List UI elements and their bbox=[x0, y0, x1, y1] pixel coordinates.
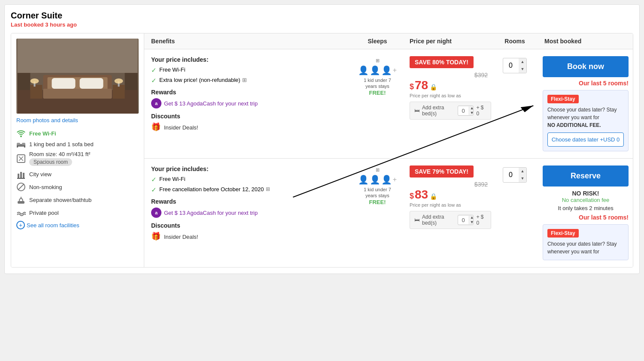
offer-1-rewards-item[interactable]: a Get $ 13 AgodaCash for your next trip bbox=[151, 98, 349, 108]
lock-icon-2: 🔒 bbox=[430, 193, 437, 200]
amenity-size: Room size: 40 m²/431 ft² Spacious room bbox=[16, 151, 139, 166]
sleeps-icons-2: 👤👤👤+ bbox=[358, 174, 397, 185]
sleeps-text-2: 1 kid under 7 years stays FREE! bbox=[364, 187, 391, 206]
stepper-down-1[interactable]: ▼ bbox=[468, 111, 474, 115]
pool-text: Private pool bbox=[29, 210, 59, 216]
rooms-up-1[interactable]: ▲ bbox=[519, 58, 527, 66]
original-price-2: $392 bbox=[410, 181, 488, 188]
stepper-val-1: 0 bbox=[458, 107, 468, 115]
outer-container: Corner Suite Last booked 3 hours ago bbox=[4, 4, 640, 274]
stepper-up-1[interactable]: ▲ bbox=[468, 106, 474, 111]
col-header-sleeps: Sleeps bbox=[349, 38, 405, 45]
stepper-down-2[interactable]: ▼ bbox=[468, 220, 474, 225]
rooms-stepper-btns-2[interactable]: ▲ ▼ bbox=[519, 168, 527, 182]
current-price-1: $ 78 🔒 bbox=[410, 78, 491, 92]
stepper-btns-1[interactable]: ▲ ▼ bbox=[468, 106, 474, 115]
last-rooms-2: Our last 5 rooms! bbox=[543, 214, 629, 221]
offer-1-price: SAVE 80% TODAY! $392 $ 78 🔒 Price per ni… bbox=[405, 56, 491, 151]
save-badge-1: SAVE 80% TODAY! bbox=[410, 56, 474, 68]
offer-2-rooms: 0 ▲ ▼ bbox=[491, 165, 538, 260]
no-risk-time: It only takes 2 minutes bbox=[543, 205, 629, 211]
copy-small-icon: ⊞ bbox=[376, 58, 380, 63]
offer-2-benefits-title: Your price includes: bbox=[151, 165, 349, 172]
book-now-button[interactable]: Book now bbox=[543, 56, 629, 77]
col-header-most-booked: Most booked bbox=[538, 38, 633, 45]
offer-1-benefits: Your price includes: ✓ Free Wi-Fi ✓ Extr… bbox=[144, 56, 349, 151]
offer-2-discounts-title: Discounts bbox=[151, 222, 349, 229]
choose-dates-btn-1[interactable]: Choose dates later +USD 0 bbox=[547, 132, 624, 147]
amenity-bed: 1 king bed and 1 sofa bed bbox=[16, 141, 139, 147]
original-price-1: $392 bbox=[410, 72, 488, 78]
flexi-stay-box-1: Flexi-Stay Choose your dates later? Stay… bbox=[543, 90, 629, 151]
rooms-val-2: 0 bbox=[503, 168, 519, 181]
offer-2-rewards-title: Rewards bbox=[151, 198, 349, 205]
main-layout: Room photos and details Free Wi-Fi 1 kin… bbox=[11, 33, 633, 268]
shower-text: Separate shower/bathtub bbox=[29, 197, 91, 203]
extra-bed-2: 🛏 Add extra bed(s) 0 ▲ ▼ + $ 0 bbox=[410, 211, 491, 229]
size-text: Room size: 40 m²/431 ft² Spacious room bbox=[29, 151, 90, 166]
extra-bed-icon-2: 🛏 bbox=[414, 217, 419, 223]
svg-rect-25 bbox=[17, 178, 25, 179]
check-icon-3: ✓ bbox=[151, 176, 157, 184]
stepper-up-2[interactable]: ▲ bbox=[468, 215, 474, 220]
extra-bed-stepper-1[interactable]: 0 ▲ ▼ bbox=[458, 105, 474, 116]
room-photos-link[interactable]: Room photos and details bbox=[16, 117, 139, 123]
cityview-icon bbox=[16, 169, 26, 179]
stepper-btns-2[interactable]: ▲ ▼ bbox=[468, 215, 474, 225]
offer-2-discount-item: 🎁 Insider Deals! bbox=[151, 232, 349, 242]
sidebar: Room photos and details Free Wi-Fi 1 kin… bbox=[11, 33, 144, 267]
rooms-stepper-1[interactable]: 0 ▲ ▼ bbox=[503, 58, 527, 73]
circle-plus-icon: + bbox=[16, 221, 25, 229]
see-all-facilities[interactable]: + See all room facilities bbox=[16, 221, 139, 229]
svg-rect-17 bbox=[17, 143, 20, 145]
bed-icon bbox=[16, 141, 26, 147]
offer-2-benefit-2: ✓ Free cancellation before October 12, 2… bbox=[151, 186, 349, 194]
offer-row-1: Your price includes: ✓ Free Wi-Fi ✓ Extr… bbox=[144, 49, 633, 159]
amenity-nosmoking: Non-smoking bbox=[16, 182, 139, 192]
spacious-badge: Spacious room bbox=[29, 158, 72, 166]
offer-2-benefit-1: ✓ Free Wi-Fi bbox=[151, 176, 349, 184]
amenities-list: Free Wi-Fi 1 king bed and 1 sofa bed Roo… bbox=[16, 129, 139, 217]
sleeps-icons-1: 👤👤👤+ bbox=[358, 65, 397, 75]
copy-icon: ⊞ bbox=[242, 77, 247, 83]
check-icon-4: ✓ bbox=[151, 186, 157, 194]
shower-icon bbox=[16, 195, 26, 205]
pool-icon bbox=[16, 208, 26, 217]
rooms-stepper-2[interactable]: 0 ▲ ▼ bbox=[503, 167, 527, 183]
nosmoking-icon bbox=[16, 182, 26, 192]
offer-2-most-booked: Reserve NO RISK! No cancellation fee It … bbox=[538, 165, 633, 260]
extra-bed-1: 🛏 Add extra bed(s) 0 ▲ ▼ + $ 0 bbox=[410, 102, 491, 120]
svg-point-13 bbox=[30, 78, 39, 84]
column-headers: Benefits Sleeps Price per night Rooms Mo… bbox=[144, 33, 633, 49]
gift-icon: 🎁 bbox=[151, 122, 161, 132]
offer-2-rewards-item[interactable]: a Get $ 13 AgodaCash for your next trip bbox=[151, 208, 349, 218]
rooms-up-2[interactable]: ▲ bbox=[519, 168, 527, 175]
rooms-down-1[interactable]: ▼ bbox=[519, 66, 527, 73]
offer-1-most-booked: Book now Our last 5 rooms! Flexi-Stay Ch… bbox=[538, 56, 633, 151]
svg-rect-28 bbox=[18, 201, 24, 204]
bed-text: 1 king bed and 1 sofa bed bbox=[29, 141, 94, 147]
check-icon-2: ✓ bbox=[151, 77, 157, 84]
rooms-val-1: 0 bbox=[503, 59, 519, 72]
svg-rect-23 bbox=[20, 172, 22, 179]
offer-1-benefit-2: ✓ Extra low price! (non-refundable) ⊞ bbox=[151, 77, 349, 84]
copy-icon-2: ⊞ bbox=[266, 186, 270, 192]
svg-rect-10 bbox=[30, 85, 43, 99]
svg-rect-29 bbox=[21, 197, 21, 199]
size-icon bbox=[16, 154, 26, 163]
stepper-val-2: 0 bbox=[458, 216, 468, 224]
flexi-stay-box-2: Flexi-Stay Choose your dates later? Stay… bbox=[543, 224, 629, 260]
extra-bed-stepper-2[interactable]: 0 ▲ ▼ bbox=[458, 215, 474, 225]
wifi-icon bbox=[16, 129, 26, 137]
flexi-badge-2: Flexi-Stay bbox=[547, 229, 579, 238]
amenity-cityview: City view bbox=[16, 169, 139, 179]
price-note-1: Price per night as low as bbox=[410, 93, 491, 98]
reserve-button[interactable]: Reserve bbox=[543, 165, 629, 187]
offer-1-discounts-title: Discounts bbox=[151, 113, 349, 120]
gift-icon-2: 🎁 bbox=[151, 232, 161, 242]
amenity-shower: Separate shower/bathtub bbox=[16, 195, 139, 205]
rooms-down-2[interactable]: ▼ bbox=[519, 175, 527, 182]
lock-icon-1: 🔒 bbox=[430, 84, 437, 90]
offer-1-rewards-title: Rewards bbox=[151, 89, 349, 96]
rooms-stepper-btns-1[interactable]: ▲ ▼ bbox=[519, 58, 527, 73]
